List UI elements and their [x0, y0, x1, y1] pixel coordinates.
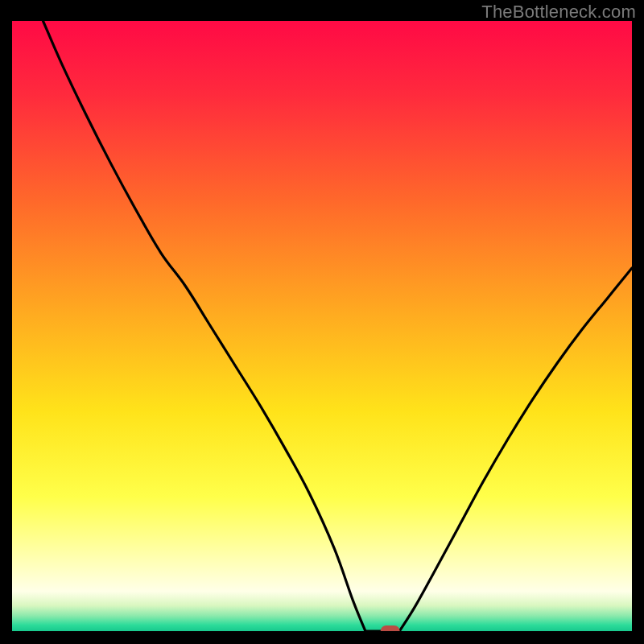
optimum-marker: [381, 625, 400, 631]
chart-background: [12, 21, 632, 631]
bottleneck-chart: [12, 21, 632, 631]
watermark-text: TheBottleneck.com: [481, 2, 636, 23]
